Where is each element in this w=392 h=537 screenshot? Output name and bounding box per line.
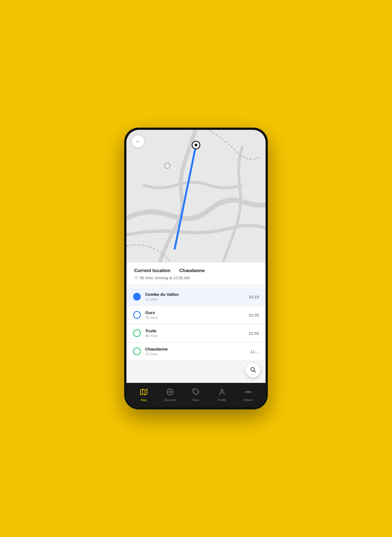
search-fab-button[interactable]	[246, 363, 260, 377]
svg-point-14	[221, 389, 223, 392]
back-arrow-icon: ←	[136, 139, 141, 144]
stop-name: Chaudanne	[145, 347, 246, 351]
info-panel: Current location Chaudanne ⏱ 55 mins Arr…	[126, 262, 266, 285]
nav-label-discover: Discover	[164, 398, 176, 402]
map-svg	[126, 130, 266, 262]
nav-item-discover[interactable]: Discover	[161, 388, 179, 402]
phone-screen: ← Current location Chaudanne ⏱ 55 mins A…	[126, 130, 266, 407]
svg-point-17	[250, 391, 251, 392]
info-to: Chaudanne	[179, 268, 205, 273]
map-icon	[140, 388, 147, 397]
stop-item[interactable]: Combe du Vallon11 mins10:19	[126, 288, 266, 305]
svg-point-16	[248, 391, 248, 392]
stop-duration: 15 mins	[145, 315, 244, 320]
svg-point-12	[169, 391, 171, 393]
stop-dot	[133, 311, 141, 319]
nav-item-others[interactable]: Others	[239, 388, 257, 402]
arriving-text: Arriving at 12:00 AM	[155, 276, 190, 280]
nav-item-pass[interactable]: Pass	[187, 388, 205, 402]
stop-duration: 46 mins	[145, 334, 244, 338]
info-time-row: ⏱ 55 mins Arriving at 12:00 AM	[134, 276, 258, 280]
svg-point-4	[195, 144, 197, 146]
stop-name: Combe du Vallon	[145, 292, 244, 297]
svg-marker-8	[141, 389, 147, 395]
svg-point-15	[246, 391, 247, 392]
stop-time: 10:30	[248, 313, 259, 317]
nav-label-profile: Profile	[218, 398, 226, 402]
back-button[interactable]: ←	[132, 135, 144, 148]
stop-dot	[133, 329, 141, 337]
stop-info: Ours15 mins	[145, 310, 244, 320]
clock-icon: ⏱	[134, 276, 138, 280]
stop-duration: 11 mins	[145, 297, 244, 301]
others-icon	[245, 388, 252, 397]
discover-icon	[166, 388, 174, 397]
nav-item-profile[interactable]: Profile	[213, 388, 231, 402]
stop-time: 10:55	[248, 331, 259, 336]
stop-info: Truite46 mins	[145, 328, 244, 338]
stop-dot	[133, 348, 141, 355]
stop-info: Combe du Vallon11 mins	[145, 292, 244, 301]
stop-dot	[133, 293, 141, 301]
stops-list: Combe du Vallon11 mins10:19Ours15 mins10…	[126, 285, 266, 383]
stop-info: Chaudanne16 mins	[145, 347, 246, 356]
stop-name: Truite	[145, 328, 244, 333]
profile-icon	[218, 388, 226, 397]
stop-time: 10:19	[248, 294, 259, 299]
stop-item[interactable]: Chaudanne16 mins11…	[126, 343, 266, 360]
svg-line-7	[254, 371, 255, 372]
nav-label-map: Map	[141, 398, 147, 402]
stop-time: 11…	[250, 349, 259, 354]
nav-label-others: Others	[243, 398, 253, 402]
search-icon	[250, 367, 256, 374]
stop-name: Ours	[145, 310, 244, 315]
phone-shell: ← Current location Chaudanne ⏱ 55 mins A…	[124, 128, 268, 409]
stop-duration: 16 mins	[145, 352, 246, 356]
svg-point-11	[167, 389, 173, 395]
duration-text: 55 mins	[140, 276, 153, 280]
stop-item[interactable]: Truite46 mins10:55	[126, 325, 266, 342]
info-from: Current location	[134, 268, 170, 273]
pass-icon	[192, 388, 200, 397]
nav-label-pass: Pass	[193, 398, 199, 402]
nav-item-map[interactable]: Map	[135, 388, 153, 402]
map-area: ←	[126, 130, 266, 262]
stops-container: Combe du Vallon11 mins10:19Ours15 mins10…	[126, 285, 266, 383]
stop-item[interactable]: Ours15 mins10:30	[126, 306, 266, 323]
info-panel-header: Current location Chaudanne	[134, 268, 258, 273]
bottom-nav: Map Discover	[126, 383, 266, 407]
